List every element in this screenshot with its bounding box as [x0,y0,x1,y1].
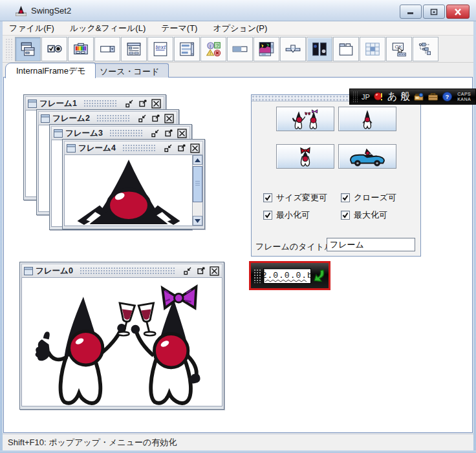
checkbox-resizable[interactable]: サイズ変更可 [263,192,327,204]
ime-language-bar[interactable]: JP あ 般 ? CAPS KANA [349,89,476,105]
checkbox-closable[interactable]: クローズ可 [341,192,396,204]
menu-file[interactable]: ファイル(F) [9,23,54,34]
internal-frame-4[interactable]: フレーム4 [62,139,205,229]
frame-close-button[interactable] [177,128,188,139]
tabbed-pane-icon [338,41,354,58]
frame-content [64,155,203,226]
svg-text:text: text [155,43,166,50]
bow-duke-thumbnail [285,146,325,167]
frame-title: フレーム2 [52,113,90,124]
toolbar-button-list[interactable] [174,37,200,61]
ime-conversion-mode-button[interactable]: 般 [400,90,410,103]
frame-title-bar[interactable]: フレーム3 [51,126,190,140]
frame-drag-texture[interactable] [122,144,156,152]
frame-title-bar[interactable]: フレーム0 [21,264,222,278]
checkbox-maximizable[interactable]: 最大化可 [341,209,387,221]
toolbar-button-split-pane[interactable] [307,37,332,61]
frame-title-bar[interactable]: フレーム2 [38,111,177,125]
toolbar-button-scroll-pane[interactable] [254,37,279,61]
tab-internalframe-demo[interactable]: InternalFrameデモ [5,63,96,78]
frame-maximize-button[interactable] [163,128,174,139]
menu-options[interactable]: オプション(P) [213,23,267,34]
duke-car-thumbnail [347,146,387,167]
vertical-scrollbar[interactable] [192,155,202,226]
frame-iconify-button[interactable] [182,266,193,277]
ime-tools-icon[interactable] [413,91,424,102]
bow-duke-button[interactable] [276,144,334,169]
scroll-up-button[interactable] [193,155,202,165]
frame-iconify-button[interactable] [162,143,173,154]
ime-language-button[interactable]: JP [362,93,370,101]
frame-options-palette: サイズ変更可 クローズ可 最小化可 最大化可 フレームのタイトル: [251,94,421,257]
dukes-toasting-thumbnail [285,109,325,129]
tab-source-code[interactable]: ソース・コード [89,63,169,78]
file-chooser-icon [125,41,142,58]
frame-iconify-button[interactable] [149,128,160,139]
close-button[interactable] [446,5,470,19]
frame-maximize-button[interactable] [150,113,161,124]
toolbar-button-buttons[interactable] [41,37,67,61]
frame-close-button[interactable] [164,113,175,124]
minimize-button[interactable] [400,5,422,19]
toolbar-button-color-chooser[interactable] [68,37,94,61]
frame-title-field[interactable] [327,238,415,251]
frame-close-button[interactable] [209,266,220,277]
ime-help-icon[interactable]: ? [442,91,453,102]
title-bar[interactable]: SwingSet2 [0,0,476,21]
internal-frame-0[interactable]: フレーム0 [19,262,224,410]
frame-maximize-button[interactable] [195,266,206,277]
frame-maximize-button[interactable] [176,143,187,154]
duke-image [67,158,190,226]
counter-display: 2.0.0.0.b [263,268,311,284]
frame-counter-widget: 2.0.0.0.b [251,263,329,288]
toolbar-button-file-chooser[interactable] [121,37,147,61]
toolbar-button-slider[interactable] [280,37,306,61]
ime-toolbox-icon[interactable] [427,91,438,102]
toolbar-button-table[interactable] [360,37,385,61]
toolbar-button-combo-box[interactable] [94,37,120,61]
toolbar-button-tree[interactable] [413,37,438,61]
ime-pen-icon[interactable] [373,91,384,102]
restore-button[interactable] [423,5,445,19]
toolbar-button-tool-tip[interactable]: OK [386,37,412,61]
ime-kana-indicator[interactable]: KANA [457,97,471,102]
toolbar-button-internal-frame[interactable] [15,37,41,61]
frame-title: フレーム0 [36,266,73,277]
frame-drag-texture[interactable] [83,100,117,107]
ime-caps-indicator[interactable]: CAPS [457,92,471,97]
frame-iconify-button[interactable] [136,113,147,124]
ime-drag-handle[interactable] [352,91,358,102]
frame-close-button[interactable] [151,98,162,109]
toolbar-button-tabbed-pane[interactable] [333,37,359,61]
toolbar-button-option-pane[interactable]: i ? ! [200,37,226,61]
frame-drag-texture[interactable] [96,114,130,122]
checkbox-iconifiable[interactable]: 最小化可 [263,209,310,221]
frame-iconify-button[interactable] [124,98,135,109]
window-border-right [473,21,476,450]
demo-toolbar: text i ? ! [3,36,473,63]
frame-maximize-button[interactable] [137,98,148,109]
counter-drag-handle[interactable] [254,269,261,283]
toolbar-button-progress-bar[interactable] [227,37,253,61]
frame-drag-texture[interactable] [80,267,175,275]
frame-title-bar[interactable]: フレーム4 [64,141,203,155]
scroll-down-button[interactable] [193,216,202,226]
frame4-contents-button[interactable] [338,107,396,131]
frame-close-button[interactable] [189,143,200,154]
toolbar-button-html-text[interactable]: text [147,37,173,61]
ime-input-mode-button[interactable]: あ [387,90,397,103]
green-arrow-icon[interactable] [314,269,326,283]
frame-drag-texture[interactable] [109,129,143,137]
frame0-contents-button[interactable] [276,107,334,131]
frame-close-icon [190,143,200,153]
duke-car-button[interactable] [338,144,396,169]
menu-look-and-feel[interactable]: ルック&フィール(L) [70,23,146,34]
scrollbar-thumb[interactable] [193,166,202,202]
frame-window-icon [54,129,63,138]
menu-theme[interactable]: テーマ(T) [161,23,197,34]
slider-icon [285,41,301,58]
frame-title-bar[interactable]: フレーム1 [25,96,164,111]
toolbar-drag-handle[interactable] [5,38,13,60]
frame-window-icon [28,100,37,108]
dukes-toasting-image [25,280,219,406]
